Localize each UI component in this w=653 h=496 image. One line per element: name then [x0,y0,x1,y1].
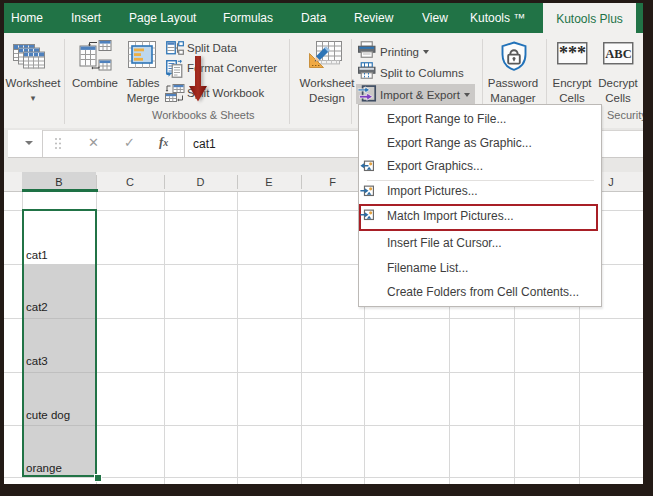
svg-text:ABC: ABC [605,47,631,61]
svg-text:***: *** [559,43,586,63]
